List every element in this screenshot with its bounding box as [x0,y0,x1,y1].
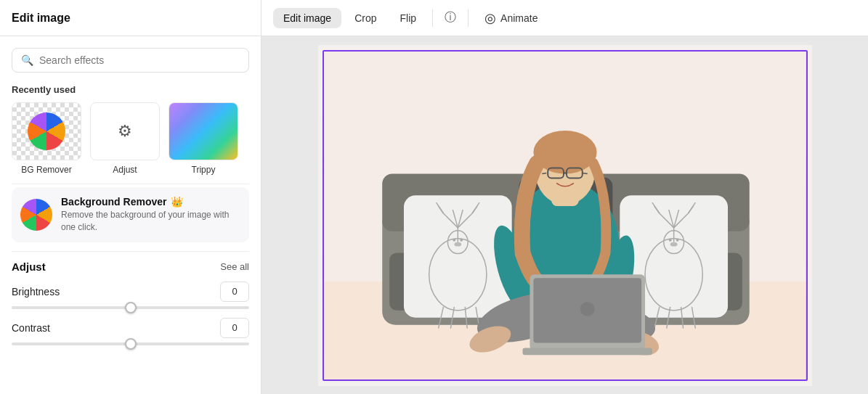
svg-point-18 [453,238,455,241]
contrast-thumb[interactable] [125,338,137,350]
bg-card-title: Background Remover 👑 [61,196,240,208]
left-panel: 🔍 Recently used BG Remover [0,36,261,394]
search-icon: 🔍 [21,54,33,66]
svg-point-37 [668,238,671,241]
info-icon: ⓘ [445,10,456,25]
effect-item-bg-remover[interactable]: BG Remover [12,102,81,175]
photo-svg [324,52,806,379]
bg-remover-background [12,103,81,160]
crown-icon: 👑 [171,196,183,208]
toolbar-separator [432,9,433,27]
search-container: 🔍 [0,36,261,78]
effect-thumb-adjust: ⚙ [90,102,160,160]
bg-card-icon [20,199,52,231]
effect-label-adjust: Adjust [113,165,137,175]
effect-label-trippy: Trippy [192,165,216,175]
contrast-slider-row: Contrast 0 [12,318,249,345]
brightness-value[interactable]: 0 [220,282,249,302]
animate-label: Animate [500,12,538,24]
panel-title: Edit image [12,12,70,25]
adjust-section-title: Adjust [12,260,46,273]
tab-flip[interactable]: Flip [390,8,427,28]
recently-used-section: Recently used BG Remover ⚙ Ad [0,78,261,184]
see-all-button[interactable]: See all [220,261,249,272]
contrast-value[interactable]: 0 [220,318,249,338]
beach-ball-icon [28,112,65,150]
tab-animate[interactable]: ◎ Animate [474,6,548,30]
effect-item-adjust[interactable]: ⚙ Adjust [90,102,160,175]
brightness-label: Brightness [12,286,60,297]
svg-line-55 [582,173,587,173]
effect-label-bg-remover: BG Remover [21,165,71,175]
tab-crop[interactable]: Crop [344,8,386,28]
divider-1 [12,184,249,184]
bg-card-text: Background Remover 👑 Remove the backgrou… [61,196,240,234]
effect-item-trippy[interactable]: Trippy [169,102,238,175]
effect-thumb-trippy [169,102,238,160]
canvas-area[interactable] [261,36,868,394]
bg-remover-card[interactable]: Background Remover 👑 Remove the backgrou… [12,187,249,242]
contrast-label-row: Contrast 0 [12,318,249,338]
mini-beach-ball [20,199,52,231]
search-box[interactable]: 🔍 [12,48,249,73]
svg-point-62 [580,301,594,316]
photo-content [324,52,806,379]
svg-line-54 [542,173,546,173]
brightness-label-row: Brightness 0 [12,282,249,302]
tab-edit-image[interactable]: Edit image [273,8,341,28]
contrast-track[interactable] [12,342,249,345]
main-area: 🔍 Recently used BG Remover [0,36,868,394]
brightness-slider-row: Brightness 0 [12,282,249,309]
svg-point-19 [460,238,463,241]
contrast-label: Contrast [12,322,50,334]
toolbar-tabs: Edit image Crop Flip ⓘ ◎ Animate [261,0,559,36]
adjust-sliders-icon: ⚙ [118,122,132,141]
recently-used-title: Recently used [12,84,249,95]
info-button[interactable]: ⓘ [439,7,462,30]
brightness-thumb[interactable] [125,302,137,313]
image-frame[interactable] [323,50,808,381]
svg-point-20 [454,242,461,246]
left-panel-header: Edit image [0,0,261,36]
search-input[interactable] [39,54,240,66]
adjust-section: Adjust See all Brightness 0 Contrast 0 [0,252,261,363]
adjust-header: Adjust See all [12,260,249,273]
toolbar-separator-2 [468,9,469,27]
svg-rect-63 [522,348,652,355]
brightness-track[interactable] [12,306,249,309]
canvas-background [318,45,812,386]
svg-point-39 [670,242,677,246]
trippy-preview [169,103,238,160]
effects-grid: BG Remover ⚙ Adjust Trippy [12,102,249,175]
top-toolbar: Edit image Edit image Crop Flip ⓘ ◎ Anim… [0,0,868,36]
effect-thumb-bg-remover [12,102,81,160]
svg-point-38 [676,238,678,241]
animate-icon: ◎ [484,10,496,26]
bg-card-description: Remove the background of your image with… [61,209,240,234]
